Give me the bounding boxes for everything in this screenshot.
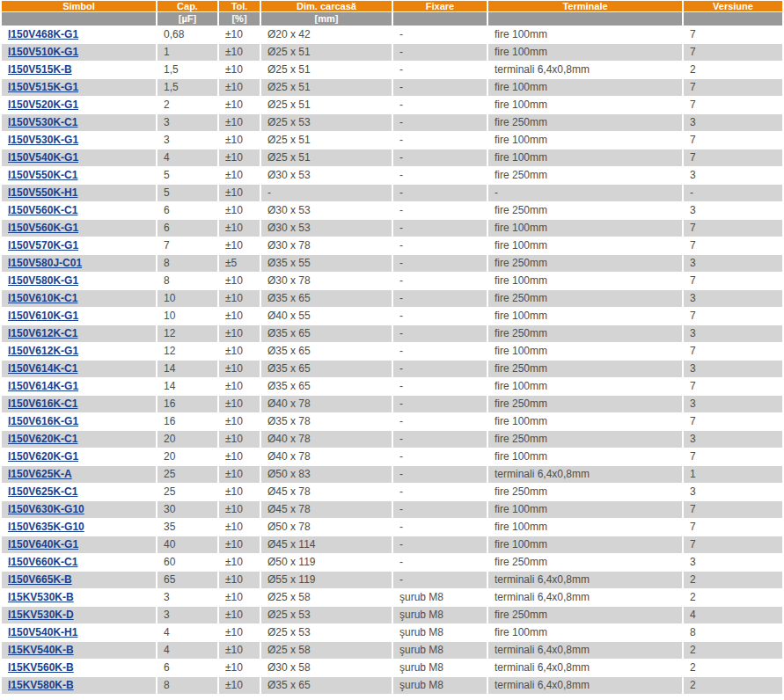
part-link[interactable]: I150V530K-G1	[8, 134, 78, 146]
cell-terminale: fire 100mm	[488, 220, 682, 237]
cell-tol: ±10	[219, 378, 260, 395]
cell-tol: ±10	[219, 361, 260, 377]
cell-tol: ±10	[219, 519, 260, 536]
cell-versiune: 7	[684, 97, 782, 113]
part-link[interactable]: I150V660K-C1	[8, 556, 77, 568]
unit-fixare	[393, 12, 487, 26]
cell-tol: ±10	[219, 114, 260, 131]
table-row: I150V610K-G110±10Ø40 x 55-fire 100mm7	[2, 308, 782, 324]
part-link[interactable]: I15KV560K-B	[8, 661, 74, 674]
part-link[interactable]: I15KV530K-D	[8, 609, 74, 621]
col-header-fixare: Fixare	[393, 1, 487, 11]
part-link[interactable]: I150V625K-A	[8, 468, 72, 480]
part-link[interactable]: I150V635K-G10	[8, 521, 84, 533]
cell-dim: Ø35 x 65	[261, 290, 392, 307]
cell-dim: Ø25 x 53	[261, 607, 392, 623]
part-link[interactable]: I150V614K-G1	[8, 380, 78, 392]
cell-tol: ±10	[219, 396, 260, 412]
part-link[interactable]: I150V520K-G1	[8, 98, 78, 111]
table-row: I150V635K-G1035±10Ø50 x 78-fire 100mm7	[2, 519, 782, 536]
cell-cap: 3	[158, 114, 217, 131]
part-link[interactable]: I150V612K-G1	[8, 345, 78, 357]
part-link[interactable]: I150V560K-G1	[8, 222, 78, 234]
part-link[interactable]: I150V468K-G1	[8, 28, 78, 40]
part-link[interactable]: I150V580J-C01	[8, 257, 82, 269]
cell-dim: Ø35 x 65	[261, 361, 392, 377]
cell-terminale: fire 100mm	[488, 26, 682, 43]
part-link[interactable]: I150V515K-G1	[8, 81, 78, 93]
cell-versiune: 3	[684, 114, 782, 131]
cell-terminale: fire 250mm	[488, 361, 682, 377]
cell-terminale: fire 100mm	[488, 624, 682, 641]
cell-versiune: 7	[684, 519, 782, 536]
cell-simbol: I15KV580K-B	[2, 677, 156, 694]
unit-versiune	[684, 12, 782, 26]
cell-versiune: 2	[684, 660, 782, 676]
cell-cap: 8	[158, 255, 217, 272]
unit-tol: [%]	[219, 12, 260, 26]
table-row: I150V625K-A25±10Ø50 x 83-terminali 6,4x0…	[2, 466, 782, 483]
part-link[interactable]: I150V630K-G10	[8, 503, 84, 515]
part-link[interactable]: I15KV530K-B	[8, 591, 74, 603]
part-link[interactable]: I150V550K-C1	[8, 169, 77, 181]
part-link[interactable]: I150V510K-G1	[8, 46, 78, 58]
part-link[interactable]: I150V610K-G1	[8, 310, 78, 322]
cell-simbol: I150V550K-C1	[2, 167, 156, 184]
cell-fixare: şurub M8	[393, 642, 487, 659]
table-row: I150V612K-G112±10Ø35 x 65-fire 100mm7	[2, 343, 782, 360]
part-link[interactable]: I15KV580K-B	[8, 679, 74, 691]
part-link[interactable]: I150V616K-C1	[8, 397, 77, 410]
part-link[interactable]: I150V612K-C1	[8, 327, 77, 339]
part-link[interactable]: I150V540K-G1	[8, 151, 78, 164]
cell-fixare: şurub M8	[393, 607, 487, 623]
cell-fixare: -	[393, 572, 487, 588]
part-link[interactable]: I150V665K-B	[8, 573, 72, 586]
cell-versiune: 3	[684, 361, 782, 377]
cell-tol: ±10	[219, 273, 260, 289]
cell-versiune: 7	[684, 44, 782, 61]
cell-simbol: I15KV530K-B	[2, 589, 156, 606]
table-row: I150V560K-G16±10Ø30 x 53-fire 100mm7	[2, 220, 782, 237]
cell-dim: Ø50 x 119	[261, 554, 392, 571]
part-link[interactable]: I150V550K-H1	[8, 186, 77, 199]
part-link[interactable]: I150V560K-C1	[8, 204, 77, 216]
col-header-simbol: Simbol	[2, 1, 156, 11]
cell-cap: 10	[158, 308, 217, 324]
cell-tol: ±10	[219, 554, 260, 571]
cell-fixare: -	[393, 325, 487, 342]
unit-terminale	[488, 12, 682, 26]
cell-fixare: -	[393, 413, 487, 430]
cell-cap: 3	[158, 132, 217, 149]
part-link[interactable]: I150V625K-C1	[8, 485, 77, 498]
cell-cap: 14	[158, 361, 217, 377]
cell-tol: ±10	[219, 44, 260, 61]
part-link[interactable]: I15KV540K-B	[8, 644, 74, 656]
part-link[interactable]: I150V640K-G1	[8, 538, 78, 551]
cell-tol: ±10	[219, 536, 260, 553]
cell-tol: ±10	[219, 220, 260, 237]
table-row: I150V580J-C018±5Ø35 x 55-fire 250mm3	[2, 255, 782, 272]
part-link[interactable]: I150V620K-C1	[8, 433, 77, 445]
cell-fixare: -	[393, 290, 487, 307]
part-link[interactable]: I150V515K-B	[8, 63, 72, 76]
part-link[interactable]: I150V616K-G1	[8, 415, 78, 427]
part-link[interactable]: I150V540K-H1	[8, 626, 77, 638]
part-link[interactable]: I150V570K-G1	[8, 239, 78, 252]
table-row: I150V660K-C160±10Ø50 x 119-fire 250mm3	[2, 554, 782, 571]
cell-fixare: -	[393, 554, 487, 571]
cell-simbol: I150V580K-G1	[2, 273, 156, 289]
cell-fixare: şurub M8	[393, 624, 487, 641]
cell-simbol: I150V515K-G1	[2, 79, 156, 96]
part-link[interactable]: I150V530K-C1	[8, 116, 77, 128]
cell-fixare: -	[393, 484, 487, 500]
cell-versiune: 7	[684, 308, 782, 324]
part-link[interactable]: I150V614K-C1	[8, 362, 77, 375]
cell-terminale: -	[488, 185, 682, 201]
cell-terminale: fire 100mm	[488, 132, 682, 149]
cell-versiune: 3	[684, 290, 782, 307]
part-link[interactable]: I150V580K-G1	[8, 274, 78, 287]
cell-versiune: 3	[684, 167, 782, 184]
part-link[interactable]: I150V620K-G1	[8, 450, 78, 463]
part-link[interactable]: I150V610K-C1	[8, 292, 77, 304]
cell-versiune: 7	[684, 26, 782, 43]
